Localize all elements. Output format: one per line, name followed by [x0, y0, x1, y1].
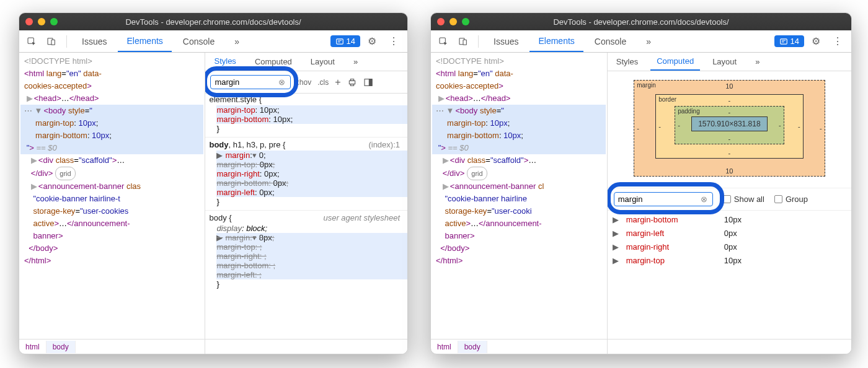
dom-body-close[interactable]: </body>: [432, 242, 606, 255]
svg-rect-2: [51, 40, 55, 45]
settings-icon[interactable]: ⚙: [363, 32, 381, 50]
tab-overflow[interactable]: »: [637, 32, 660, 51]
svg-rect-11: [463, 40, 466, 45]
box-model[interactable]: margin 10 10 - - border - - - - padding …: [608, 71, 851, 188]
crumb-html[interactable]: html: [19, 341, 46, 353]
window-titlebar: DevTools - developer.chrome.com/docs/dev…: [431, 13, 851, 30]
subtab-overflow[interactable]: »: [749, 53, 766, 70]
dom-div-scaffold[interactable]: ▶<div class="scaffold">…: [20, 154, 203, 167]
dom-head[interactable]: ▶<head>…</head>: [432, 92, 606, 105]
dom-body-open[interactable]: ⋯ ▼<body style=": [20, 105, 203, 117]
dom-body-close[interactable]: </body>: [20, 242, 203, 255]
computed-filter-input[interactable]: [618, 195, 699, 204]
tab-issues[interactable]: Issues: [73, 32, 115, 51]
zoom-window-icon[interactable]: [462, 18, 469, 25]
more-menu-icon[interactable]: ⋮: [828, 32, 848, 50]
svg-rect-6: [350, 84, 353, 85]
box-model-content: 1570.910×831.818: [691, 116, 767, 131]
dom-html-open[interactable]: <html lang="en" data-: [432, 68, 606, 80]
computed-properties: ▶margin-bottom10px ▶margin-left0px ▶marg…: [608, 211, 851, 270]
issues-count: 14: [790, 37, 799, 46]
issues-badge[interactable]: 14: [330, 35, 360, 47]
dom-doctype: <!DOCTYPE html>: [20, 55, 203, 68]
subtab-computed[interactable]: Computed: [650, 53, 700, 71]
issues-count: 14: [347, 37, 355, 46]
styles-filter-input-wrap[interactable]: ⊗: [210, 75, 291, 89]
svg-rect-5: [350, 79, 353, 81]
minimize-window-icon[interactable]: [450, 18, 457, 25]
subtab-styles[interactable]: Styles: [610, 53, 644, 70]
computed-prop-row[interactable]: ▶margin-left0px: [613, 227, 846, 240]
computed-prop-row[interactable]: ▶margin-bottom10px: [613, 213, 846, 227]
breadcrumb[interactable]: html body: [19, 339, 407, 354]
tab-console[interactable]: Console: [586, 32, 635, 51]
window-title: DevTools - developer.chrome.com/docs/dev…: [125, 17, 301, 27]
group-checkbox[interactable]: Group: [774, 195, 808, 204]
dom-tree[interactable]: <!DOCTYPE html> <html lang="en" data- co…: [19, 53, 205, 354]
computed-prop-row[interactable]: ▶margin-top10px: [613, 254, 846, 268]
styles-filterbar: ⊗ :hov .cls +: [205, 71, 407, 94]
grid-badge[interactable]: grid: [467, 167, 487, 180]
tab-elements[interactable]: Elements: [529, 31, 583, 52]
cls-toggle[interactable]: .cls: [317, 78, 329, 87]
subtab-layout[interactable]: Layout: [706, 53, 743, 70]
styles-subtabs: Styles Computed Layout »: [608, 53, 851, 71]
breadcrumb[interactable]: html body: [431, 339, 851, 354]
styles-subtabs: Styles Computed Layout »: [205, 53, 407, 71]
device-toggle-icon[interactable]: [43, 34, 60, 49]
print-icon[interactable]: [347, 77, 357, 87]
dom-div-scaffold[interactable]: ▶<div class="scaffold">…: [432, 154, 606, 167]
tab-issues[interactable]: Issues: [485, 32, 527, 51]
dom-head[interactable]: ▶<head>…</head>: [20, 92, 203, 105]
settings-icon[interactable]: ⚙: [807, 32, 825, 50]
dom-announcement[interactable]: ▶<announcement-banner clas: [20, 180, 203, 193]
main-toolbar: Issues Elements Console » 14 ⚙ ⋮: [19, 30, 407, 53]
close-window-icon[interactable]: [25, 18, 33, 25]
dom-doctype: <!DOCTYPE html>: [432, 55, 606, 68]
svg-rect-8: [369, 79, 372, 85]
inspect-element-icon[interactable]: [435, 34, 452, 49]
clear-filter-icon[interactable]: ⊗: [277, 77, 286, 87]
computed-prop-row[interactable]: ▶margin-right0px: [613, 240, 846, 254]
issues-badge[interactable]: 14: [774, 35, 804, 47]
subtab-computed[interactable]: Computed: [249, 53, 298, 70]
hov-toggle[interactable]: :hov: [297, 78, 311, 87]
zoom-window-icon[interactable]: [50, 18, 58, 25]
tab-overflow[interactable]: »: [226, 32, 248, 51]
dom-html-close[interactable]: </html>: [432, 255, 606, 267]
dom-announcement[interactable]: ▶<announcement-banner cl: [432, 180, 606, 193]
dom-tree[interactable]: <!DOCTYPE html> <html lang="en" data- co…: [431, 53, 608, 354]
device-toggle-icon[interactable]: [454, 34, 472, 49]
dom-html-open[interactable]: <html lang="en" data-: [20, 68, 203, 80]
computed-filterbar: ⊗ Show all Group: [608, 188, 851, 211]
grid-badge[interactable]: grid: [55, 167, 75, 180]
window-title: DevTools - developer.chrome.com/docs/dev…: [553, 17, 728, 27]
dom-body-open[interactable]: ⋯ ▼<body style=": [432, 105, 606, 117]
crumb-body[interactable]: body: [458, 341, 487, 353]
window-titlebar: DevTools - developer.chrome.com/docs/dev…: [19, 13, 407, 30]
main-toolbar: Issues Elements Console » 14 ⚙ ⋮: [431, 30, 851, 53]
minimize-window-icon[interactable]: [38, 18, 45, 25]
crumb-body[interactable]: body: [46, 341, 76, 353]
subtab-layout[interactable]: Layout: [304, 53, 341, 70]
tab-elements[interactable]: Elements: [118, 31, 171, 52]
dock-icon[interactable]: [363, 77, 373, 87]
subtab-overflow[interactable]: »: [347, 53, 364, 70]
dom-html-close[interactable]: </html>: [20, 255, 203, 267]
new-rule-button[interactable]: +: [335, 77, 340, 88]
clear-filter-icon[interactable]: ⊗: [699, 195, 709, 204]
inspect-element-icon[interactable]: [23, 34, 40, 49]
close-window-icon[interactable]: [437, 18, 445, 25]
computed-filter-input-wrap[interactable]: ⊗: [614, 192, 713, 206]
more-menu-icon[interactable]: ⋮: [384, 32, 404, 50]
style-rules: element.style { margin-top: 10px; margin…: [205, 94, 407, 354]
tab-console[interactable]: Console: [174, 32, 223, 51]
svg-rect-4: [349, 81, 355, 84]
show-all-checkbox[interactable]: Show all: [723, 195, 764, 204]
styles-filter-input[interactable]: [215, 77, 277, 87]
crumb-html[interactable]: html: [431, 341, 458, 353]
subtab-styles[interactable]: Styles: [208, 53, 242, 71]
